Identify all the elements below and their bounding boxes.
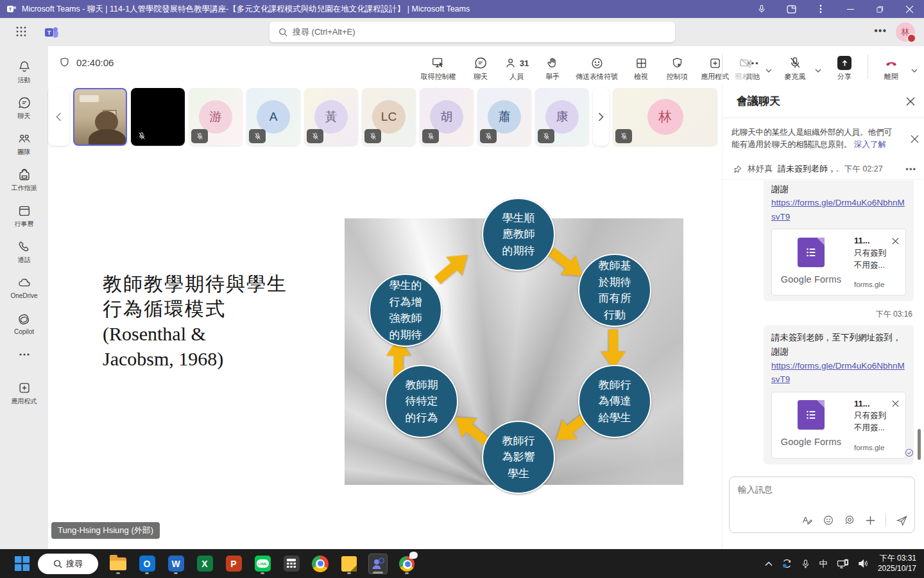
participant-video[interactable]: [73, 88, 127, 146]
card-close-icon[interactable]: [892, 238, 899, 245]
sidebar-more-button[interactable]: [0, 342, 48, 367]
taskbar-clock[interactable]: 下午 03:31 2025/10/17: [878, 554, 916, 574]
mic-off-badge: [480, 129, 497, 143]
teams-logo-icon[interactable]: T: [44, 24, 59, 40]
raise-hand-button[interactable]: 舉手: [536, 56, 569, 82]
outlook-icon[interactable]: O: [137, 554, 157, 574]
link-preview-card[interactable]: Google Forms 11... 只有簽到 不用簽... forms.gle: [771, 392, 906, 459]
link-preview-card[interactable]: Google Forms 11... 只有簽到 不用簽... forms.gle: [771, 229, 906, 295]
cycle-node: 教師期待特定的行為: [385, 365, 458, 438]
tray-chevron-icon[interactable]: [765, 561, 773, 566]
attach-plus-icon[interactable]: [865, 515, 876, 526]
send-icon[interactable]: [896, 514, 908, 527]
tray-volume-icon[interactable]: [858, 559, 869, 568]
sticky-notes-icon[interactable]: [339, 554, 359, 574]
learn-more-link[interactable]: 深入了解: [854, 140, 886, 149]
line-icon[interactable]: LINE: [253, 554, 272, 574]
powerpoint-icon[interactable]: P: [224, 554, 243, 574]
ime-indicator[interactable]: 中: [819, 558, 828, 570]
message-link[interactable]: https://forms.gle/Drm4uKo6NbhnMsvT9: [771, 359, 906, 387]
smiley-icon: [590, 56, 604, 70]
sidebar-item-teams[interactable]: 團隊: [0, 126, 48, 162]
participant-tile[interactable]: 康: [535, 88, 589, 146]
taskbar-search[interactable]: 搜尋: [38, 554, 98, 574]
leave-chevron-icon[interactable]: [911, 69, 918, 82]
header-more-icon[interactable]: •••: [874, 25, 887, 37]
sidebar-item-copilot[interactable]: Copilot: [0, 306, 48, 342]
notice-close-icon[interactable]: [911, 135, 919, 143]
controls-button[interactable]: 控制項: [660, 56, 694, 82]
sidebar-item-calendar[interactable]: 行事曆: [0, 198, 48, 234]
card-title: 11...: [854, 398, 870, 410]
share-button[interactable]: 分享: [828, 56, 861, 82]
participant-tile[interactable]: 游: [189, 88, 243, 146]
view-button[interactable]: 檢視: [624, 56, 658, 82]
teams-taskbar-icon[interactable]: [368, 554, 388, 574]
participant-tile[interactable]: 黃: [304, 88, 358, 146]
strip-prev-button[interactable]: [48, 88, 69, 146]
reactions-button[interactable]: 傳送表情符號: [572, 56, 622, 82]
global-search-input[interactable]: 搜尋 (Ctrl+Alt+E): [270, 22, 675, 42]
chat-toggle-button[interactable]: 聊天: [464, 56, 497, 82]
tray-network-icon[interactable]: [837, 559, 849, 569]
participant-camera-off[interactable]: [131, 88, 185, 146]
shield-icon: [58, 57, 71, 69]
calculator-icon[interactable]: [282, 554, 301, 574]
close-button[interactable]: [894, 0, 924, 18]
camera-chevron-icon[interactable]: [766, 69, 772, 82]
chat-close-icon[interactable]: [906, 97, 915, 106]
participant-tile[interactable]: LC: [362, 88, 416, 146]
share-icon: [837, 56, 851, 70]
mic-button[interactable]: 麥克風: [778, 56, 812, 82]
message-link[interactable]: https://forms.gle/Drm4uKo6NbhnMsvT9: [771, 196, 906, 223]
message-input-placeholder: 輸入訊息: [738, 484, 773, 496]
titlebar-mic-icon[interactable]: [747, 0, 776, 18]
message-input[interactable]: 輸入訊息: [729, 477, 915, 533]
titlebar-more-icon[interactable]: [806, 0, 835, 18]
take-control-button[interactable]: 取得控制權: [415, 56, 461, 82]
mic-chevron-icon[interactable]: [815, 69, 821, 82]
chrome-icon[interactable]: [311, 554, 330, 574]
pinned-message-row[interactable]: 林妤真 請未簽到老師，... 下午 02:27 •••: [723, 159, 924, 180]
sidebar-item-assignments[interactable]: 工作指派: [0, 162, 48, 198]
sidebar-item-chat[interactable]: 聊天: [0, 90, 48, 126]
titlebar-pip-icon[interactable]: [776, 0, 806, 18]
chat-scrollbar[interactable]: [918, 429, 921, 460]
browser-profile-icon[interactable]: [397, 554, 416, 574]
card-domain: forms.gle: [854, 279, 884, 290]
loop-icon[interactable]: [844, 514, 855, 526]
calendar-icon: [17, 204, 31, 218]
sidebar-item-activity[interactable]: 活動: [0, 54, 48, 90]
grid-icon: [635, 56, 648, 70]
presenter-name-badge: Tung-Hsing Hsiung (外部): [51, 522, 160, 539]
restore-button[interactable]: [865, 0, 894, 18]
people-button[interactable]: 31 人員: [500, 56, 533, 82]
sidebar-item-calls[interactable]: 通話: [0, 234, 48, 270]
tray-mic-icon[interactable]: [801, 559, 810, 569]
emoji-icon[interactable]: [823, 514, 834, 526]
participant-tile[interactable]: 林: [613, 88, 717, 146]
sidebar-item-onedrive[interactable]: OneDrive: [0, 270, 48, 306]
start-button[interactable]: [14, 556, 30, 572]
external-users-notice: 此聊天中的某些人是組織外部的人員。他們可能有適用於聊天的相關訊息原則。 深入了解: [723, 119, 924, 159]
pinned-preview: 請未簽到老師，...: [778, 163, 839, 175]
sidebar-item-apps[interactable]: 應用程式: [0, 375, 48, 411]
minimize-button[interactable]: [835, 0, 865, 18]
leave-button[interactable]: 離開: [875, 56, 908, 82]
excel-icon[interactable]: X: [195, 554, 214, 574]
strip-next-button[interactable]: [593, 88, 609, 146]
tray-sync-icon[interactable]: [782, 558, 792, 569]
format-icon[interactable]: [801, 514, 813, 526]
pinned-time: 下午 02:27: [844, 164, 883, 175]
participant-tile[interactable]: A: [246, 88, 300, 146]
participant-tile[interactable]: 蕭: [477, 88, 531, 146]
word-icon[interactable]: W: [166, 554, 185, 574]
toolbar-separator: [868, 55, 868, 79]
pinned-more-icon[interactable]: •••: [905, 164, 916, 174]
participant-tile[interactable]: 胡: [420, 88, 474, 146]
card-close-icon[interactable]: [892, 400, 899, 407]
camera-button[interactable]: 照相機: [729, 56, 762, 82]
waffle-menu-icon[interactable]: [15, 26, 27, 37]
file-explorer-icon[interactable]: [108, 554, 128, 574]
user-avatar[interactable]: 林: [896, 22, 915, 42]
